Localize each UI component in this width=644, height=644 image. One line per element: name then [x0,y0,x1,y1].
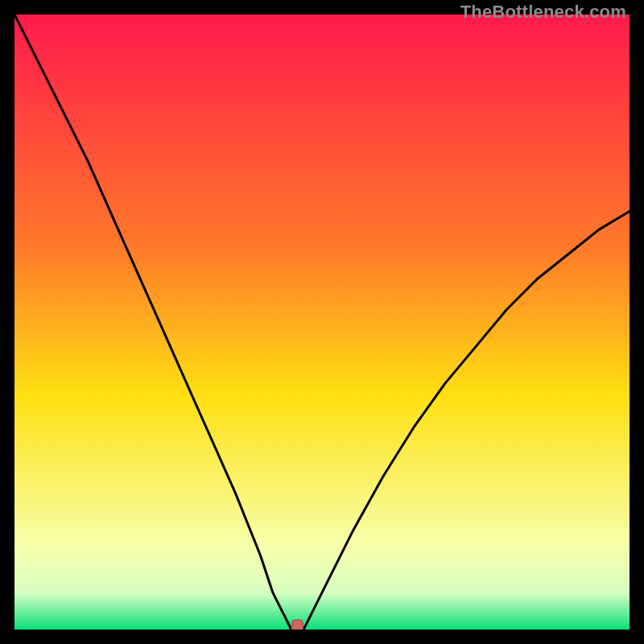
gradient-background [14,14,630,630]
chart-svg [14,14,630,630]
plot-area [14,14,630,630]
optimum-marker [291,620,303,630]
watermark-text: TheBottleneck.com [460,2,626,23]
chart-frame: TheBottleneck.com [0,0,644,644]
